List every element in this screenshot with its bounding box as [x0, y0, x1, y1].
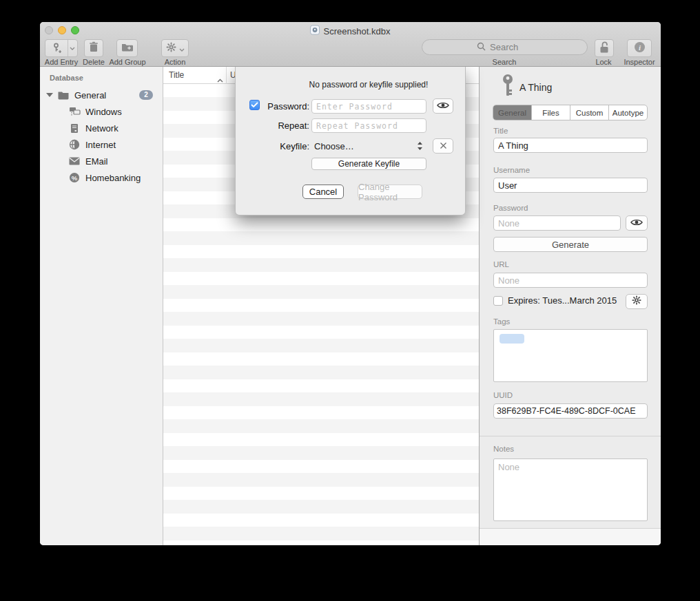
sheet-password-label: Password: — [260, 101, 309, 112]
show-password-button[interactable] — [626, 215, 648, 231]
clear-keyfile-button[interactable] — [433, 138, 453, 154]
check-icon — [251, 102, 258, 108]
cancel-button[interactable]: Cancel — [302, 184, 344, 199]
column-divider[interactable] — [226, 67, 227, 84]
inspector-footer — [480, 528, 661, 545]
notes-label: Notes — [493, 445, 514, 453]
chevron-down-icon — [179, 42, 185, 54]
app-window: Screenshot.kdbx Add Entry Delete Add Gro… — [40, 22, 661, 545]
group-label: General — [74, 90, 106, 101]
folder-icon — [57, 91, 70, 100]
add-entry-button[interactable] — [45, 39, 78, 57]
search-label: Search — [493, 58, 517, 66]
eye-icon — [437, 100, 449, 112]
uuid-label: UUID — [493, 391, 513, 399]
tab-general[interactable]: General — [493, 105, 532, 120]
close-x-icon — [440, 140, 447, 152]
disclosure-triangle-icon[interactable] — [46, 93, 53, 97]
key-icon — [500, 74, 515, 101]
sidebar-item-label: Homebanking — [85, 173, 141, 183]
password-field[interactable] — [493, 215, 621, 231]
globe-icon — [68, 139, 81, 150]
generate-keyfile-label: Generate Keyfile — [338, 159, 400, 169]
group-count-badge: 2 — [139, 90, 153, 100]
action-button[interactable] — [161, 39, 189, 57]
generate-label: Generate — [552, 240, 589, 250]
svg-text:%: % — [72, 174, 78, 182]
tags-label: Tags — [493, 317, 510, 326]
change-password-label: Change Password — [358, 182, 422, 202]
search-icon — [477, 41, 486, 54]
cancel-label: Cancel — [309, 187, 337, 197]
lock-label: Lock — [595, 58, 611, 66]
generate-keyfile-button[interactable]: Generate Keyfile — [311, 158, 426, 170]
keyfile-popup[interactable]: Choose… — [311, 138, 426, 154]
password-label: Password — [493, 204, 528, 212]
column-header-title[interactable]: Title — [169, 70, 184, 80]
change-password-sheet: No password or keyfile supplied! Passwor… — [235, 67, 466, 215]
sidebar-header: Database — [50, 74, 83, 82]
enter-password-input[interactable] — [311, 99, 426, 114]
window-title: Screenshot.kdbx — [324, 26, 391, 36]
envelope-icon — [68, 157, 81, 165]
inspector-label: Inspector — [624, 58, 655, 66]
search-field[interactable] — [422, 39, 588, 55]
password-checkbox[interactable] — [249, 100, 260, 110]
add-entry-dropdown[interactable] — [68, 40, 77, 56]
trash-icon — [89, 41, 99, 55]
keyfile-value: Choose… — [311, 141, 354, 151]
sidebar-item-label: Network — [85, 123, 119, 134]
folder-plus-icon — [121, 42, 133, 54]
generate-button[interactable]: Generate — [493, 237, 648, 252]
eye-icon — [630, 217, 643, 229]
lock-open-icon — [599, 41, 610, 56]
document-icon — [310, 25, 320, 37]
delete-button[interactable] — [84, 39, 103, 57]
info-icon: i — [634, 41, 646, 56]
tab-custom[interactable]: Custom — [570, 105, 609, 120]
username-label: Username — [493, 166, 530, 174]
zoom-button[interactable] — [71, 26, 79, 34]
inspector-button[interactable]: i — [627, 39, 652, 57]
tags-box[interactable] — [493, 329, 648, 382]
title-field[interactable] — [493, 138, 648, 153]
url-field[interactable] — [493, 273, 648, 288]
change-password-button[interactable]: Change Password — [358, 184, 422, 199]
tag-pill[interactable] — [500, 334, 524, 344]
username-field[interactable] — [493, 178, 648, 193]
close-button[interactable] — [45, 26, 53, 34]
window-title-group: Screenshot.kdbx — [310, 25, 391, 37]
sidebar: Database General 2 Windows Network Inter… — [40, 67, 163, 545]
sidebar-item-label: Windows — [85, 107, 122, 117]
search-input[interactable] — [488, 41, 533, 53]
repeat-password-input[interactable] — [311, 118, 426, 133]
lock-button[interactable] — [595, 39, 614, 57]
key-plus-icon — [45, 40, 68, 56]
sheet-message: No password or keyfile supplied! — [309, 80, 429, 89]
expires-label: Expires: Tues...March 2015 — [508, 295, 617, 306]
expires-checkbox[interactable] — [493, 296, 503, 306]
sidebar-group-general[interactable]: General 2 — [40, 87, 163, 103]
sidebar-item-label: EMail — [85, 156, 108, 167]
tab-autotype[interactable]: Autotype — [609, 105, 647, 120]
tab-files[interactable]: Files — [532, 105, 570, 120]
sidebar-item-label: Internet — [85, 140, 116, 150]
window-header: Screenshot.kdbx Add Entry Delete Add Gro… — [40, 22, 661, 67]
inspector-tabs: General Files Custom Autotype — [493, 105, 648, 120]
delete-label: Delete — [83, 58, 105, 66]
add-group-button[interactable] — [116, 39, 138, 57]
action-label: Action — [165, 58, 186, 66]
percent-icon: % — [68, 172, 81, 183]
uuid-field[interactable] — [493, 403, 648, 419]
gear-icon — [166, 42, 176, 55]
url-label: URL — [493, 260, 509, 268]
minimize-button[interactable] — [58, 26, 66, 34]
sheet-show-password-button[interactable] — [433, 98, 453, 114]
windows-icon — [68, 107, 81, 116]
add-group-label: Add Group — [109, 58, 145, 66]
expires-settings-button[interactable] — [626, 294, 648, 309]
sheet-repeat-label: Repeat: — [260, 120, 309, 131]
stepper-icon — [417, 141, 423, 153]
gear-icon — [632, 295, 641, 308]
notes-field[interactable] — [493, 458, 648, 521]
